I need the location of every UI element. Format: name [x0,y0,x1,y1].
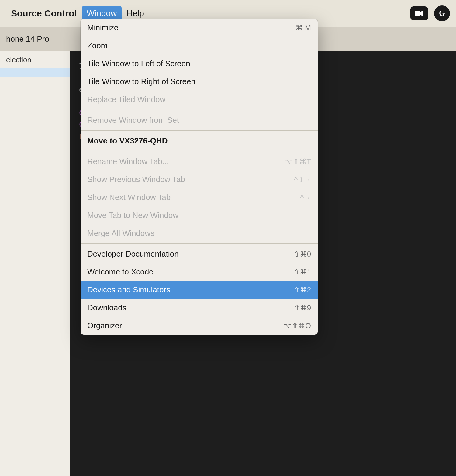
menu-remove-window: Remove Window from Set [81,111,318,129]
menu-rename-tab-label: Rename Window Tab... [87,157,169,166]
menu-tile-left-label: Tile Window to Left of Screen [87,59,190,68]
menu-minimize-label: Minimize [87,23,119,33]
menu-organizer-shortcut: ⌥⇧⌘O [283,322,311,330]
menu-prev-tab-label: Show Previous Window Tab [87,175,185,184]
menu-downloads-label: Downloads [87,303,126,312]
menu-organizer[interactable]: Organizer ⌥⇧⌘O [81,317,318,335]
menu-minimize[interactable]: Minimize ⌘ M [81,19,318,37]
window-menu: Minimize ⌘ M Zoom Tile Window to Left of… [81,19,318,335]
menu-merge-all-label: Merge All Windows [87,229,154,238]
menu-next-tab-label: Show Next Window Tab [87,193,171,202]
menu-move-tab-label: Move Tab to New Window [87,211,178,220]
menu-downloads-shortcut: ⇧⌘9 [294,304,311,312]
menu-devices-shortcut: ⇧⌘2 [294,286,311,294]
menu-remove-window-label: Remove Window from Set [87,116,179,125]
menu-zoom[interactable]: Zoom [81,37,318,55]
menu-devices[interactable]: Devices and Simulators ⇧⌘2 [81,281,318,299]
menu-replace-tiled: Replace Tiled Window [81,91,318,109]
divider-3 [81,151,318,151]
menu-tile-right-label: Tile Window to Right of Screen [87,77,195,86]
menu-organizer-label: Organizer [87,321,122,330]
menu-move-vx[interactable]: Move to VX3276-QHD [81,132,318,150]
menu-move-tab: Move Tab to New Window [81,206,318,224]
dropdown-overlay: Minimize ⌘ M Zoom Tile Window to Left of… [0,0,456,476]
menu-tile-left[interactable]: Tile Window to Left of Screen [81,55,318,73]
menu-developer-docs[interactable]: Developer Documentation ⇧⌘0 [81,245,318,263]
divider-2 [81,130,318,131]
menu-next-tab-shortcut: ^→ [300,193,311,202]
menu-prev-tab: Show Previous Window Tab ^⇧→ [81,171,318,188]
menu-merge-all: Merge All Windows [81,224,318,242]
menu-welcome[interactable]: Welcome to Xcode ⇧⌘1 [81,263,318,281]
menu-minimize-shortcut: ⌘ M [295,24,311,32]
menu-welcome-label: Welcome to Xcode [87,267,154,277]
menu-developer-docs-shortcut: ⇧⌘0 [294,250,311,258]
menu-next-tab: Show Next Window Tab ^→ [81,188,318,206]
divider-1 [81,110,318,110]
menu-rename-tab: Rename Window Tab... ⌥⇧⌘T [81,153,318,171]
menu-prev-tab-shortcut: ^⇧→ [294,175,311,184]
menu-rename-tab-shortcut: ⌥⇧⌘T [285,157,311,166]
menu-replace-tiled-label: Replace Tiled Window [87,95,165,104]
menu-welcome-shortcut: ⇧⌘1 [294,268,311,276]
divider-4 [81,243,318,244]
menu-developer-docs-label: Developer Documentation [87,249,179,259]
menu-tile-right[interactable]: Tile Window to Right of Screen [81,73,318,91]
menu-devices-label: Devices and Simulators [87,285,170,295]
menu-downloads[interactable]: Downloads ⇧⌘9 [81,299,318,317]
menu-move-vx-label: Move to VX3276-QHD [87,136,168,146]
menu-zoom-label: Zoom [87,41,107,50]
